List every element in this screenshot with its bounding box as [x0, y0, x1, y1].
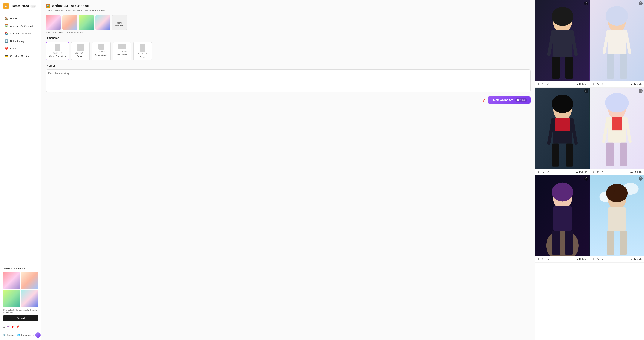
- gallery-actions-2: ⬇ ↻ ↗ ☁ Publish: [590, 81, 644, 87]
- pinterest-icon[interactable]: 📌: [16, 325, 19, 328]
- example-thumb-3[interactable]: [79, 15, 94, 30]
- download-icon-6[interactable]: ⬇: [592, 258, 594, 261]
- example-thumb-1[interactable]: [46, 15, 61, 30]
- dim-name-comic: Comic Characters: [49, 55, 66, 57]
- svg-rect-3: [553, 30, 572, 57]
- example-thumb-4[interactable]: [96, 15, 110, 30]
- prompt-textarea[interactable]: [46, 69, 530, 92]
- discord-button[interactable]: Discord: [3, 315, 38, 321]
- download-icon-4[interactable]: ⬇: [592, 171, 594, 174]
- refresh-icon-5[interactable]: ↻: [542, 258, 544, 261]
- credits-icon: 💳: [4, 54, 8, 58]
- publish-button-4[interactable]: ☁ Publish: [630, 171, 642, 174]
- setting-label: Setting: [7, 334, 14, 336]
- svg-rect-15: [620, 54, 627, 79]
- refresh-icon-4[interactable]: ↻: [597, 171, 599, 174]
- community-section: Join our Community Connect with the comm…: [0, 265, 41, 323]
- example-thumb-2[interactable]: [62, 15, 77, 30]
- gallery-item-3: ⓘ ⬇ ↻ ↗ ☁ Publish: [535, 87, 590, 175]
- sidebar-item-likes[interactable]: ❤️ Likes: [2, 45, 40, 52]
- download-icon-5[interactable]: ⬇: [538, 258, 540, 261]
- dim-name-portrait: Portrait: [139, 56, 146, 58]
- dim-option-comic-characters[interactable]: 512 x 768 Comic Characters: [46, 42, 69, 60]
- help-icon[interactable]: ❓: [482, 98, 486, 102]
- community-thumb-1[interactable]: [3, 272, 20, 289]
- page-header: 🖼️ Anime Art AI Generate: [46, 4, 530, 8]
- community-title: Join our Community: [3, 267, 38, 270]
- svg-point-47: [606, 184, 628, 202]
- share-icon-2[interactable]: ↗: [601, 83, 604, 86]
- svg-point-37: [552, 183, 573, 201]
- svg-rect-50: [608, 207, 626, 231]
- svg-rect-20: [555, 118, 570, 131]
- share-icon-4[interactable]: ↗: [601, 171, 604, 174]
- gallery-info-btn-1[interactable]: ⓘ: [584, 1, 588, 6]
- sidebar-item-ai-anime-art[interactable]: 🖼️ AI Anime Art Generate: [2, 22, 40, 30]
- setting-item[interactable]: ⚙️ Setting: [3, 334, 14, 336]
- more-example-button[interactable]: ⋯ More Example: [112, 15, 127, 30]
- gallery-item-1: ⓘ ⬇ ↻ ↗ ☁ Publish: [535, 0, 590, 87]
- gallery-image-4: [590, 88, 644, 169]
- twitter-icon[interactable]: 𝕏: [3, 325, 5, 328]
- dim-option-portrait[interactable]: 832 x 1216 Portrait: [133, 42, 152, 60]
- discord-icon[interactable]: 👾: [7, 325, 10, 328]
- dim-option-square-small[interactable]: 512 x 512 Square Small: [92, 42, 111, 60]
- home-icon: 🏠: [4, 17, 8, 20]
- publish-button-5[interactable]: ☁ Publish: [576, 258, 587, 261]
- sidebar-item-ai-comic[interactable]: 📚 AI Comic Generate: [2, 30, 40, 37]
- sidebar-item-get-more-credits[interactable]: 💳 Get More Credits: [2, 53, 40, 60]
- share-icon-1[interactable]: ↗: [547, 83, 549, 86]
- publish-button-6[interactable]: ☁ Publish: [630, 258, 642, 261]
- app-name: LlamaGen.Ai: [10, 4, 29, 8]
- gallery-info-btn-5[interactable]: ⓘ: [584, 177, 588, 181]
- youtube-icon[interactable]: ▶: [12, 325, 14, 328]
- comic-icon: 📚: [4, 32, 8, 35]
- main-content: 🖼️ Anime Art AI Generate Create Anime ar…: [41, 0, 535, 340]
- gallery-actions-3: ⬇ ↻ ↗ ☁ Publish: [536, 169, 590, 175]
- dim-option-square[interactable]: 1024 x 1024 Square: [71, 42, 90, 60]
- community-thumb-4[interactable]: [21, 290, 38, 307]
- publish-label-3: Publish: [579, 171, 587, 173]
- publish-button-3[interactable]: ☁ Publish: [576, 171, 587, 174]
- download-icon-3[interactable]: ⬇: [538, 171, 540, 174]
- user-avatar-area[interactable]: ▾: [35, 332, 41, 338]
- dim-preview-square-small: [98, 44, 104, 50]
- sidebar-label-ai-comic: AI Comic Generate: [10, 32, 31, 35]
- refresh-icon-3[interactable]: ↻: [542, 171, 544, 174]
- refresh-icon-6[interactable]: ↻: [597, 258, 599, 261]
- dim-size-comic: 512 x 768: [53, 52, 62, 54]
- community-thumb-3[interactable]: [3, 290, 20, 307]
- community-grid: [3, 272, 38, 307]
- svg-point-2: [552, 7, 573, 26]
- share-icon-3[interactable]: ↗: [547, 171, 549, 174]
- download-icon-1[interactable]: ⬇: [538, 83, 540, 86]
- share-icon-6[interactable]: ↗: [601, 258, 604, 261]
- community-thumb-2[interactable]: [21, 272, 38, 289]
- sidebar-nav: 🏠 Home 🖼️ AI Anime Art Generate 📚 AI Com…: [0, 12, 41, 265]
- sidebar-item-home[interactable]: 🏠 Home: [2, 15, 40, 22]
- action-icons-3: ⬇ ↻ ↗: [538, 171, 549, 174]
- publish-label-2: Publish: [634, 83, 642, 86]
- gallery-actions-5: ⬇ ↻ ↗ ☁ Publish: [536, 256, 590, 262]
- language-item[interactable]: 🌐 Language ▾: [17, 334, 34, 336]
- community-desc: Connect with the community & create with…: [3, 309, 38, 313]
- sidebar-label-get-more-credits: Get More Credits: [10, 55, 29, 58]
- gallery-info-btn-3[interactable]: ⓘ: [584, 89, 588, 93]
- share-icon-5[interactable]: ↗: [547, 258, 549, 261]
- download-icon-2[interactable]: ⬇: [592, 83, 594, 86]
- language-chevron-icon: ▾: [33, 334, 34, 336]
- publish-button-2[interactable]: ☁ Publish: [630, 83, 642, 86]
- refresh-icon-1[interactable]: ↻: [542, 83, 544, 86]
- gallery-panel: ⓘ ⬇ ↻ ↗ ☁ Publish: [535, 0, 644, 340]
- sidebar-item-upload-image[interactable]: ⬆️ Upload Image: [2, 37, 40, 45]
- generate-button[interactable]: Create Anime Art! 100 300: [488, 96, 530, 104]
- publish-button-1[interactable]: ☁ Publish: [576, 83, 587, 86]
- gallery-info-btn-2[interactable]: ⓘ: [638, 1, 643, 6]
- refresh-icon-2[interactable]: ↻: [597, 83, 599, 86]
- sidebar-label-ai-anime-art: AI Anime Art Generate: [10, 25, 34, 28]
- gallery-info-btn-6[interactable]: ⓘ: [638, 177, 643, 181]
- action-icons-2: ⬇ ↻ ↗: [592, 83, 604, 86]
- dim-option-landscape[interactable]: 1216 x 832 Landscape: [113, 42, 132, 60]
- svg-rect-40: [553, 206, 572, 231]
- svg-rect-24: [566, 144, 573, 166]
